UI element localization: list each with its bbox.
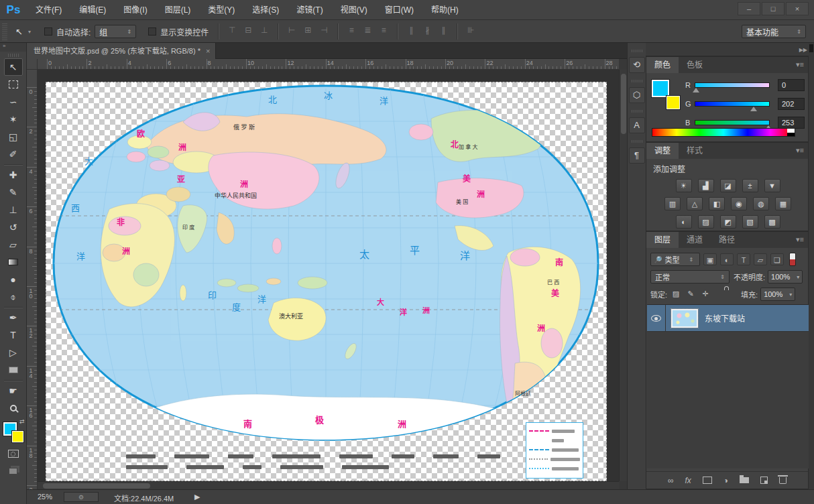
photo-filter-icon[interactable]: ◉ (731, 197, 747, 210)
new-adjustment-layer-icon[interactable]: ◑ (723, 476, 728, 485)
color-lookup-icon[interactable]: ▦ (775, 197, 791, 210)
levels-icon[interactable]: ▟ (698, 179, 714, 192)
dock-grip[interactable] (632, 50, 642, 52)
channel-mixer-icon[interactable]: ◍ (753, 197, 769, 210)
brightness-contrast-icon[interactable]: ☀ (676, 179, 692, 192)
show-transform-checkbox[interactable] (148, 27, 156, 36)
channel-slider-track[interactable] (695, 101, 770, 107)
align-bottom-icon[interactable]: ⊥ (257, 23, 271, 37)
shape-tool[interactable] (4, 361, 23, 379)
lock-paint-icon[interactable]: ✎ (685, 288, 697, 300)
filter-shape-icon[interactable]: ▱ (754, 253, 767, 265)
options-grip[interactable] (2, 23, 7, 40)
dock-grip[interactable] (632, 110, 642, 113)
layer-filter-toggle[interactable] (789, 253, 796, 266)
distribute-right-icon[interactable]: ∥ (437, 23, 450, 37)
vertical-ruler[interactable]: 0246810121416182022 (27, 70, 38, 489)
workspace-switcher[interactable]: 基本功能 ⇕ (742, 25, 806, 38)
threshold-icon[interactable]: ◩ (720, 215, 736, 229)
paragraph-panel-icon[interactable]: ¶ (629, 147, 645, 164)
align-vcenter-icon[interactable]: ⊟ (241, 23, 255, 37)
distribute-hcenter-icon[interactable]: ∦ (420, 23, 434, 37)
path-selection-tool[interactable]: ▷ (4, 344, 23, 361)
move-tool[interactable]: ↖ (4, 58, 23, 76)
lasso-tool[interactable]: ∽ (4, 93, 23, 111)
align-hcenter-icon[interactable]: ⊞ (301, 23, 314, 37)
menu-文件F[interactable]: 文件(F) (27, 0, 70, 20)
layer-filter-type-dropdown[interactable]: 🔎 类型 ⇕ (650, 253, 700, 266)
new-group-icon[interactable] (740, 477, 749, 483)
toolbar-grip[interactable] (8, 54, 19, 57)
canvas-viewport[interactable]: 北冰洋大西洋太平洋印度洋欧洲亚洲非洲北美洲南美洲大洋洲南极洲俄 罗 斯中华人民共… (38, 70, 619, 481)
zoom-tool[interactable] (4, 399, 23, 417)
black-white-icon[interactable]: ◧ (709, 197, 725, 210)
distribute-vcenter-icon[interactable]: ≣ (361, 23, 374, 37)
layer-mask-icon[interactable] (703, 477, 712, 484)
dock-grip[interactable] (632, 140, 642, 143)
menu-类型Y[interactable]: 类型(Y) (199, 0, 243, 20)
layer-thumbnail[interactable] (671, 309, 698, 328)
vertical-scrollbar[interactable] (619, 70, 627, 481)
document-tab[interactable]: 世界地图中文版.psd @ 25% (东坡下载站, RGB/8) * × (27, 43, 216, 59)
layer-row[interactable]: 东坡下载站 (647, 305, 809, 332)
panel-menu-icon[interactable]: ▾≡ (796, 235, 804, 244)
pen-tool[interactable]: ✒ (4, 309, 23, 326)
align-top-icon[interactable]: ⊤ (225, 23, 239, 37)
eyedropper-tool[interactable]: ✐ (4, 145, 23, 163)
distribute-top-icon[interactable]: ≡ (345, 23, 358, 37)
crop-tool[interactable]: ◱ (4, 128, 23, 145)
maximize-button[interactable]: □ (762, 2, 784, 15)
scrollbar-thumb[interactable] (43, 483, 150, 489)
hand-tool[interactable]: ☛ (4, 382, 23, 399)
lock-position-icon[interactable]: ✛ (699, 288, 711, 300)
invert-icon[interactable]: ◐ (676, 215, 692, 229)
filter-pixel-icon[interactable]: ▣ (703, 253, 717, 265)
canvas-document[interactable]: 北冰洋大西洋太平洋印度洋欧洲亚洲非洲北美洲南美洲大洋洲南极洲俄 罗 斯中华人民共… (46, 82, 607, 481)
lock-transparency-icon[interactable]: ▨ (670, 288, 682, 300)
menu-图像I[interactable]: 图像(I) (115, 0, 156, 20)
scrollbar-thumb[interactable] (621, 74, 626, 134)
tab-channels[interactable]: 通道 (679, 232, 711, 248)
filter-type-icon[interactable]: T (737, 253, 750, 265)
toolbar-collapse-icon[interactable]: » (0, 43, 26, 52)
auto-align-icon[interactable]: ⊪ (464, 23, 477, 37)
menu-视图V[interactable]: 视图(V) (332, 0, 376, 20)
tab-swatches[interactable]: 色板 (679, 57, 711, 73)
status-menu-arrow-icon[interactable]: ▶ (194, 493, 200, 501)
collapse-right-icon[interactable]: ▶▶ (799, 47, 807, 53)
ruler-corner[interactable] (27, 59, 38, 70)
delete-layer-icon[interactable] (779, 477, 787, 484)
menu-帮助H[interactable]: 帮助(H) (422, 0, 467, 20)
filter-adjustment-icon[interactable]: ◐ (720, 253, 734, 265)
channel-value-field[interactable]: 0 (778, 79, 805, 91)
menu-编辑E[interactable]: 编辑(E) (70, 0, 115, 20)
menu-窗口W[interactable]: 窗口(W) (376, 0, 422, 20)
align-right-icon[interactable]: ⊣ (317, 23, 331, 37)
spot-healing-brush-tool[interactable]: ✚ (4, 166, 23, 184)
auto-select-dropdown[interactable]: 组 ⇕ (95, 25, 136, 38)
channel-slider-track[interactable] (695, 82, 770, 88)
magic-wand-tool[interactable]: ✶ (4, 111, 23, 128)
opacity-dropdown[interactable]: 100% ▾ (768, 270, 803, 284)
type-tool[interactable]: T (4, 326, 23, 344)
menu-选择S[interactable]: 选择(S) (243, 0, 288, 20)
layer-name[interactable]: 东坡下载站 (705, 312, 745, 324)
channel-slider-thumb[interactable] (693, 88, 699, 92)
auto-select-checkbox[interactable] (44, 27, 52, 36)
filter-smartobject-icon[interactable]: ❏ (770, 253, 784, 265)
align-left-icon[interactable]: ⊢ (285, 23, 298, 37)
tab-close-icon[interactable]: × (206, 43, 210, 59)
lock-all-icon[interactable] (714, 288, 726, 300)
history-brush-tool[interactable]: ↺ (4, 218, 23, 236)
horizontal-ruler[interactable]: 0246810121416182022242628 (38, 59, 619, 70)
selective-color-icon[interactable]: ▩ (764, 215, 780, 229)
menu-图层L[interactable]: 图层(L) (156, 0, 200, 20)
menu-滤镜T[interactable]: 滤镜(T) (288, 0, 331, 20)
posterize-icon[interactable]: ▨ (698, 215, 714, 229)
channel-value-field[interactable]: 202 (778, 98, 805, 110)
horizontal-scrollbar[interactable] (38, 481, 619, 489)
dodge-tool[interactable]: ⌽ (4, 288, 23, 306)
tab-layers[interactable]: 图层 (646, 232, 679, 248)
dock-collapse-bar[interactable]: ◀◀ ▶▶ (627, 43, 814, 56)
history-panel-icon[interactable]: ⟲ (629, 57, 645, 73)
